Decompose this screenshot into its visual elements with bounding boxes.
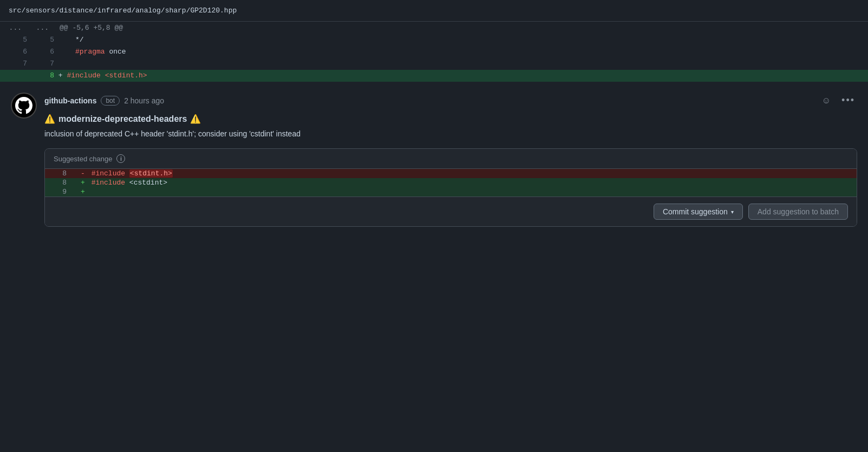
suggestion-header: Suggested change i <box>45 149 857 169</box>
line-code-7 <box>54 58 868 70</box>
added-content-text: <cstdint> <box>129 179 167 187</box>
removed-include-kw: #include <box>92 169 125 178</box>
chevron-down-icon: ▾ <box>731 209 734 215</box>
removed-sign: - <box>77 169 87 178</box>
new-line-num-7: 7 <box>27 58 54 70</box>
suggestion-removed-line: 8 - #include <stdint.h> <box>45 169 857 178</box>
old-line-num-6: 6 <box>0 46 27 58</box>
line-code-5: */ <box>54 34 868 46</box>
commit-suggestion-label: Commit suggestion <box>663 207 728 216</box>
diff-line-7: 7 7 <box>0 58 868 70</box>
old-line-num-8 <box>0 70 27 82</box>
sugg-added-line-num: 8 <box>45 178 72 187</box>
include-keyword: #include <box>67 71 100 80</box>
sugg-removed-code: - #include <stdint.h> <box>72 169 857 178</box>
diff-line-6: 6 6 #pragma once <box>0 46 868 58</box>
old-line-num-5: 5 <box>0 34 27 46</box>
author-name: github-actions <box>44 96 96 105</box>
new-line-num-6: 6 <box>27 46 54 58</box>
commit-suggestion-button[interactable]: Commit suggestion ▾ <box>654 204 743 220</box>
bot-badge: bot <box>101 96 120 106</box>
diff-hunk-row: ... ... @@ -5,6 +5,8 @@ <box>0 22 868 34</box>
empty-sign: + <box>77 188 87 196</box>
hunk-header-label: @@ -5,6 +5,8 @@ <box>54 22 868 34</box>
suggestion-actions: Commit suggestion ▾ Add suggestion to ba… <box>45 196 857 226</box>
emoji-reaction-button[interactable]: ☺ <box>820 94 833 108</box>
added-include-kw: #include <box>92 179 125 187</box>
comment-box: github-actions bot 2 hours ago ☺ ••• ⚠️ … <box>11 93 857 248</box>
avatar <box>11 93 37 119</box>
suggestion-added-line: 8 + #include <cstdint> <box>45 178 857 187</box>
new-line-num-5: 5 <box>27 34 54 46</box>
suggested-change-label: Suggested change <box>54 155 112 163</box>
comment-content: github-actions bot 2 hours ago ☺ ••• ⚠️ … <box>44 93 857 238</box>
comment-meta-left: github-actions bot 2 hours ago <box>44 96 164 106</box>
sugg-empty-code: + <box>72 187 857 196</box>
info-icon: i <box>116 154 125 163</box>
line-code-8: + #include <stdint.h> <box>54 70 868 82</box>
old-line-num-7: 7 <box>0 58 27 70</box>
warning-icon-left: ⚠️ <box>44 114 55 124</box>
new-line-num-8: 8 <box>27 70 54 82</box>
suggestion-empty-line: 9 + <box>45 187 857 196</box>
comment-title: ⚠️ modernize-deprecated-headers ⚠️ <box>44 114 857 124</box>
comment-section: github-actions bot 2 hours ago ☺ ••• ⚠️ … <box>0 82 868 248</box>
sugg-added-code: + #include <cstdint> <box>72 178 857 187</box>
pragma-keyword: #pragma <box>75 48 105 56</box>
comment-body: inclusion of deprecated C++ header 'stdi… <box>44 128 857 140</box>
angle-bracket-content: <stdint.h> <box>105 71 147 80</box>
hunk-old-num: ... <box>0 22 27 34</box>
line-code-6: #pragma once <box>54 46 868 58</box>
diff-table: ... ... @@ -5,6 +5,8 @@ 5 5 */ 6 6 #prag… <box>0 22 868 82</box>
suggestion-diff-table: 8 - #include <stdint.h> 8 + #include <cs… <box>45 169 857 196</box>
add-to-batch-label: Add suggestion to batch <box>758 207 839 216</box>
more-options-button[interactable]: ••• <box>839 93 857 108</box>
comment-meta: github-actions bot 2 hours ago ☺ ••• <box>44 93 857 108</box>
comment-timestamp: 2 hours ago <box>124 96 164 105</box>
add-to-batch-button[interactable]: Add suggestion to batch <box>748 204 848 220</box>
diff-line-5: 5 5 */ <box>0 34 868 46</box>
comment-title-text: modernize-deprecated-headers <box>58 114 187 124</box>
github-logo-icon <box>15 97 32 114</box>
sugg-empty-line-num: 9 <box>45 187 72 196</box>
suggestion-box: Suggested change i 8 - #include <stdint.… <box>44 148 857 227</box>
sugg-removed-line-num: 8 <box>45 169 72 178</box>
removed-highlight-text: <stdint.h> <box>129 169 173 178</box>
file-path-header: src/sensors/distance/infrared/analog/sha… <box>0 0 868 22</box>
diff-line-8-added: 8 + #include <stdint.h> <box>0 70 868 82</box>
file-path: src/sensors/distance/infrared/analog/sha… <box>9 6 237 15</box>
hunk-new-num: ... <box>27 22 54 34</box>
warning-icon-right: ⚠️ <box>190 114 201 124</box>
comment-actions: ☺ ••• <box>820 93 857 108</box>
added-sign: + <box>77 179 87 187</box>
